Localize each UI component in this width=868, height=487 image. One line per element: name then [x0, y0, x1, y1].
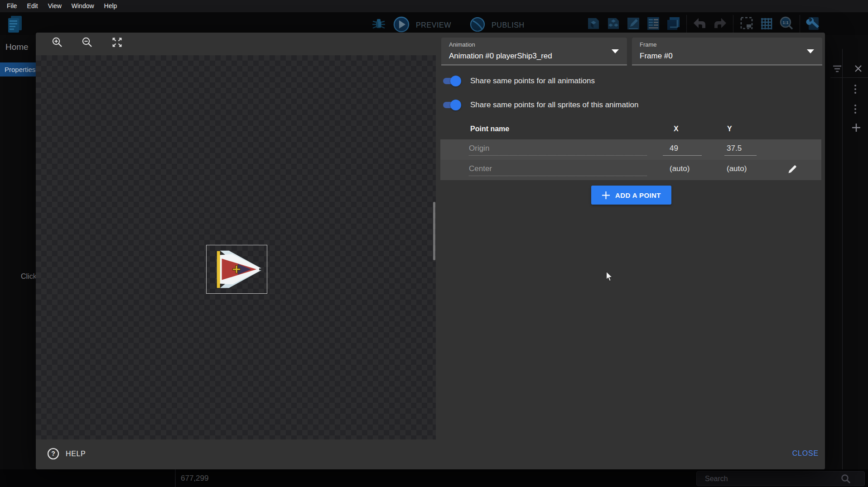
- frame-select[interactable]: Frame Frame #0: [632, 38, 822, 65]
- share-points-all-animations-label: Share same points for all animations: [470, 76, 595, 86]
- kebab-menu-icon[interactable]: [854, 84, 857, 96]
- properties-hint-text: Click: [21, 272, 37, 281]
- edit-scene-icon[interactable]: [625, 15, 641, 33]
- add-a-point-button[interactable]: ADD A POINT: [591, 186, 671, 205]
- animation-select-value: Animation #0 playerShip3_red: [449, 52, 552, 61]
- mouse-cursor: [606, 271, 613, 284]
- redo-icon[interactable]: [712, 15, 728, 33]
- kebab-menu-icon[interactable]: [854, 104, 857, 116]
- search-placeholder: Search: [705, 472, 728, 486]
- zoom-out-icon[interactable]: [81, 36, 93, 50]
- zoom-1-1-icon[interactable]: 1:1: [778, 15, 795, 33]
- toolbar-right-icons: 1:1: [585, 15, 821, 34]
- zoom-in-icon[interactable]: [51, 36, 63, 50]
- grid-icon[interactable]: [758, 15, 775, 33]
- toolbar-separator: [686, 15, 687, 34]
- menu-edit[interactable]: Edit: [22, 0, 43, 12]
- project-document-icon[interactable]: [6, 15, 24, 36]
- fullscreen-expand-icon[interactable]: [111, 36, 123, 50]
- share-points-all-sprites-label: Share same points for all sprites of thi…: [470, 100, 638, 110]
- toolbar-separator: [733, 15, 733, 34]
- layers-icon[interactable]: [665, 15, 681, 33]
- properties-list-icon[interactable]: [645, 15, 661, 33]
- panel-divider: [830, 77, 868, 78]
- svg-text:?: ?: [51, 450, 55, 457]
- add-a-point-label: ADD A POINT: [615, 191, 661, 199]
- canvas-scrollbar[interactable]: [433, 202, 435, 260]
- panel-divider: [842, 49, 843, 469]
- filter-icon[interactable]: [833, 65, 842, 75]
- menu-view[interactable]: View: [43, 0, 67, 12]
- help-button[interactable]: ? HELP: [47, 448, 86, 460]
- publish-button[interactable]: PUBLISH: [492, 21, 525, 29]
- main-toolbar: PREVIEW PUBLISH: [0, 12, 868, 35]
- column-header-y: Y: [727, 125, 732, 133]
- player-ship-sprite: [207, 245, 267, 293]
- tools-wrench-icon[interactable]: [805, 15, 821, 33]
- table-row-origin: Origin 49 37.5: [440, 139, 821, 160]
- statusbar-divider: [175, 469, 176, 487]
- tab-properties[interactable]: Properties: [0, 62, 36, 76]
- cursor-coordinates: 677,299: [181, 474, 208, 483]
- share-points-all-sprites-toggle[interactable]: [441, 99, 462, 111]
- frame-select-value: Frame #0: [640, 52, 673, 61]
- column-header-x: X: [674, 125, 679, 133]
- center-x-value: (auto): [663, 164, 702, 176]
- origin-x-field[interactable]: 49: [663, 144, 702, 156]
- sprite-frame: [206, 245, 267, 294]
- share-points-all-animations-toggle[interactable]: [441, 75, 462, 87]
- search-icon: [841, 474, 851, 486]
- mask-selection-icon[interactable]: [738, 15, 755, 33]
- objects-group-icon[interactable]: [605, 15, 622, 33]
- status-bar: 677,299 Search: [0, 469, 868, 487]
- publish-globe-icon[interactable]: [469, 16, 486, 34]
- origin-y-field[interactable]: 37.5: [724, 144, 757, 156]
- help-label: HELP: [66, 450, 86, 458]
- menu-bar: File Edit View Window Help: [0, 0, 868, 12]
- object-icon[interactable]: [585, 15, 602, 33]
- plus-icon: [602, 191, 610, 200]
- center-y-value: (auto): [724, 164, 757, 176]
- menu-help[interactable]: Help: [99, 0, 122, 12]
- toolbar-separator: [800, 15, 800, 34]
- preview-button[interactable]: PREVIEW: [416, 21, 451, 29]
- undo-icon[interactable]: [692, 15, 708, 33]
- debug-bug-icon[interactable]: [371, 16, 387, 34]
- table-row-center: Center (auto) (auto): [440, 160, 821, 180]
- sprite-canvas[interactable]: [36, 55, 436, 439]
- toggle-thumb: [450, 100, 461, 110]
- app-window: File Edit View Window Help: [0, 0, 868, 487]
- toggle-thumb: [450, 76, 461, 86]
- frame-select-label: Frame: [640, 41, 657, 48]
- tab-home[interactable]: Home: [5, 42, 29, 52]
- play-preview-icon[interactable]: [393, 16, 410, 35]
- animation-select-label: Animation: [449, 41, 475, 48]
- edit-points-dialog: Animation Animation #0 playerShip3_red F…: [36, 33, 825, 469]
- edit-pencil-icon[interactable]: [787, 164, 797, 176]
- chevron-down-icon: [612, 49, 619, 53]
- close-button[interactable]: CLOSE: [792, 449, 819, 458]
- search-input[interactable]: Search: [696, 471, 865, 486]
- svg-text:1:1: 1:1: [782, 20, 788, 25]
- close-icon[interactable]: [854, 65, 862, 74]
- center-name-field[interactable]: Center: [469, 164, 647, 176]
- dialog-footer: ? HELP CLOSE: [36, 439, 825, 469]
- add-icon[interactable]: [852, 123, 861, 134]
- menu-window[interactable]: Window: [67, 0, 99, 12]
- menu-file[interactable]: File: [2, 0, 22, 12]
- animation-select[interactable]: Animation Animation #0 playerShip3_red: [441, 38, 627, 65]
- origin-name-field[interactable]: Origin: [469, 144, 647, 156]
- chevron-down-icon: [807, 49, 814, 53]
- column-header-point-name: Point name: [470, 125, 509, 133]
- help-circle-icon: ?: [47, 448, 59, 460]
